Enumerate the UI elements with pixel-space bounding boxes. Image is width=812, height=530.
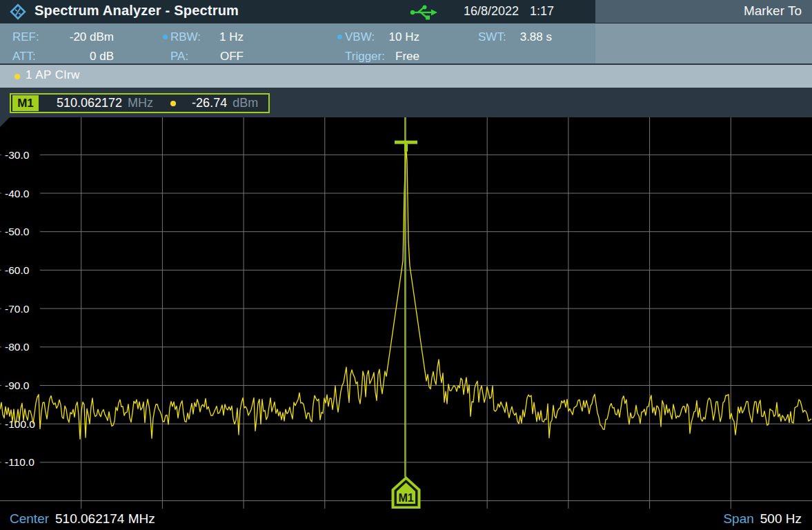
softkey-panel[interactable]: Marker To (595, 0, 812, 23)
chart-header-band: M1 510.062172 MHz -26.74 dBm (0, 88, 812, 117)
swt-label: SWT: (478, 29, 506, 46)
swt-value[interactable]: 3.88 s (511, 29, 552, 46)
settings-header-right (595, 23, 812, 63)
chart-corner-notch (0, 117, 10, 127)
span-value: 500 Hz (760, 511, 802, 527)
center-frequency-field[interactable]: Center 510.062174 MHz (10, 511, 155, 527)
rs-logo-icon (9, 3, 27, 21)
ref-value[interactable]: -20 dBm (41, 29, 114, 46)
rbw-coupled-bullet-icon (163, 35, 168, 39)
usb-icon (410, 4, 437, 21)
settings-header: REF: -20 dBm ATT: 0 dB RBW: 1 Hz PA: OFF… (0, 23, 812, 65)
spectrum-chart[interactable]: -30.0-40.0-50.0-60.0-70.0-80.0-90.0-100.… (0, 117, 812, 509)
status-date: 16/8/2022 (464, 4, 519, 19)
y-tick-label: -40.0 (5, 188, 30, 199)
trigger-value[interactable]: Free (385, 48, 419, 65)
att-value[interactable]: 0 dB (41, 48, 114, 65)
trigger-label: Trigger: (345, 48, 385, 65)
y-tick-label: -100.0 (5, 418, 35, 430)
marker-frequency-unit: MHz (128, 96, 153, 110)
span-field[interactable]: Span 500 Hz (723, 511, 802, 527)
marker-trace-bullet-icon (170, 101, 176, 106)
status-time: 1:17 (530, 4, 554, 19)
marker-peak-icon (395, 141, 417, 144)
y-tick-label: -90.0 (5, 380, 30, 391)
span-label: Span (723, 511, 753, 527)
att-label: ATT: (12, 48, 36, 65)
marker-frequency-value: 510.062172 (57, 96, 122, 110)
marker-peak-stem (404, 144, 408, 152)
trace-info-row[interactable]: 1 AP Clrw (0, 65, 812, 88)
footer-bar: Center 510.062174 MHz Span 500 Hz (0, 509, 812, 530)
marker-level-value: -26.74 (192, 96, 227, 110)
y-tick-label: -110.0 (5, 456, 34, 468)
y-tick-label: -30.0 (5, 149, 30, 161)
title-bar: Spectrum Analyzer - Spectrum 16/8/2022 1… (0, 0, 812, 23)
spectrum-chart-svg: -30.0-40.0-50.0-60.0-70.0-80.0-90.0-100.… (0, 117, 812, 509)
marker-level-unit: dBm (232, 96, 258, 110)
vbw-label: VBW: (345, 29, 375, 46)
trace-active-bullet-icon (14, 74, 20, 79)
center-label: Center (10, 511, 49, 527)
rbw-value[interactable]: 1 Hz (179, 29, 244, 46)
y-tick-label: -80.0 (5, 341, 30, 353)
vbw-coupled-bullet-icon (337, 35, 342, 39)
trace-info-label: 1 AP Clrw (26, 68, 80, 82)
marker-readout-box[interactable]: M1 510.062172 MHz -26.74 dBm (10, 93, 270, 113)
y-tick-label: -60.0 (5, 264, 30, 276)
ref-label: REF: (12, 29, 39, 46)
center-value: 510.062174 MHz (55, 511, 155, 527)
y-tick-label: -70.0 (5, 303, 30, 315)
marker-to-button[interactable]: Marker To (744, 3, 802, 19)
spectrum-analyzer-screen: Spectrum Analyzer - Spectrum 16/8/2022 1… (0, 0, 812, 530)
marker-name-chip: M1 (12, 95, 39, 111)
vbw-value[interactable]: 10 Hz (385, 29, 419, 46)
y-tick-label: -50.0 (5, 226, 30, 237)
pa-value[interactable]: OFF (179, 48, 244, 65)
app-title: Spectrum Analyzer - Spectrum (34, 3, 239, 19)
marker-flag-label: M1 (398, 492, 413, 504)
